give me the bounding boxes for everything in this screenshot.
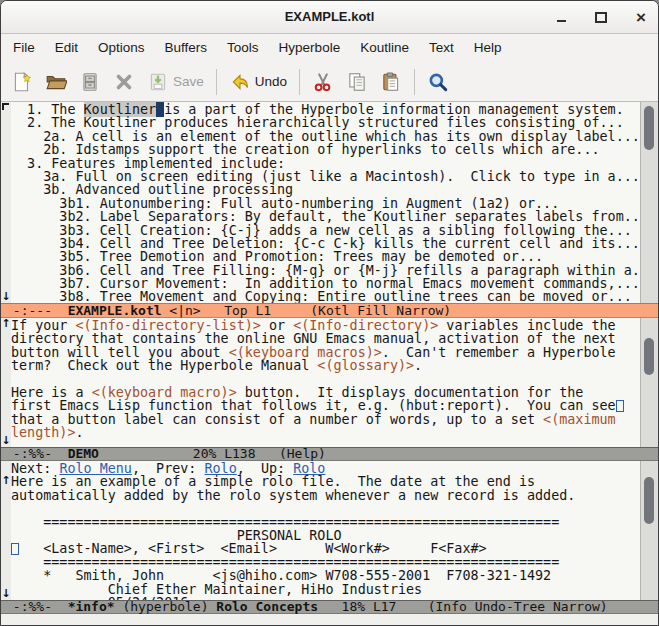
buffer-line: 3b8. Tree Movement and Copying: Entire o… — [11, 290, 640, 303]
buffer-line — [11, 373, 640, 386]
buffer-top-corner-icon — [2, 103, 9, 110]
buffer-line: ========================================… — [11, 556, 640, 569]
demo-mode-line[interactable]: -:%%- DEMO 20% L138 (Help) — [1, 447, 658, 461]
buffer-line: <Last-Name>, <First> <Email> W<Work#> F<… — [11, 542, 640, 555]
buffer-line: 3b. Advanced outline processing — [11, 183, 640, 196]
buffer-line: term? Check out the Hyperbole Manual <(g… — [11, 359, 640, 372]
buffer-line: 2. The Koutliner produces hierarchically… — [11, 116, 640, 129]
search-magnifier-icon — [427, 71, 449, 93]
scrollbar-thumb[interactable] — [644, 106, 654, 150]
info-rolo-buffer-window[interactable]: ↑ ↓ Next: Rolo Menu, Prev: Rolo, Up: Rol… — [1, 461, 658, 600]
save-icon — [147, 71, 169, 93]
toolbar-separator — [216, 69, 217, 95]
buffer-line: 3b2. Label Separators: By default, the K… — [11, 210, 640, 223]
window-controls: × — [550, 1, 652, 33]
kill-buffer-button[interactable] — [113, 71, 135, 93]
menu-item-hyperbole[interactable]: Hyperbole — [269, 34, 351, 62]
menu-item-help[interactable]: Help — [464, 34, 512, 62]
buffer-line: 3b7. Cursor Movement: In addition to nor… — [11, 277, 640, 290]
mode-line-text: -:--- — [5, 303, 68, 318]
scrollbar[interactable] — [640, 102, 658, 303]
kotl-buffer-window[interactable]: ↓ 1. The Koutliner is a part of the Hype… — [1, 102, 658, 303]
text-segment: . — [414, 358, 422, 373]
kotl-buffer-text: 1. The Koutliner is a part of the Hyperb… — [11, 102, 640, 303]
buffer-line: Here is a <(keyboard macro)> button. It … — [11, 386, 640, 399]
file-cabinet-icon — [79, 71, 101, 93]
new-file-button[interactable] — [11, 71, 33, 93]
buffer-line: If your <(Info-directory-list)> or <(Inf… — [11, 319, 640, 332]
demo-help-buffer-text: If your <(Info-directory-list)> or <(Inf… — [11, 318, 640, 447]
hyperbole-button[interactable]: <(glossary)> — [317, 358, 414, 373]
hyperbole-button[interactable]: length)> — [11, 425, 76, 440]
buffer-line: 3b6. Cell and Tree Filling: {M-q} or {M-… — [11, 264, 640, 277]
open-file-button[interactable] — [45, 71, 67, 93]
mode-line-text: DEMO — [68, 447, 99, 461]
menu-item-edit[interactable]: Edit — [45, 34, 88, 62]
menu-item-options[interactable]: Options — [88, 34, 155, 62]
mode-line-text: (hyperbole) — [115, 600, 217, 614]
toolbar-separator — [414, 69, 415, 95]
mode-line-text: *info* — [68, 600, 115, 614]
menu-bar: FileEditOptionsBuffersToolsHyperboleKout… — [1, 34, 658, 62]
more-above-arrow-icon: ↑ — [1, 319, 11, 329]
close-icon: × — [636, 9, 646, 26]
menu-item-text[interactable]: Text — [419, 34, 464, 62]
hollow-cursor — [11, 543, 19, 555]
open-folder-icon — [45, 71, 67, 93]
buffer-line: that a button label can consist of a num… — [11, 413, 640, 426]
scrollbar[interactable] — [640, 461, 658, 600]
info-mode-line[interactable]: -:%%- *info* (hyperbole) Rolo Concepts 1… — [1, 600, 658, 614]
text-segment: that a button label can consist of a num… — [11, 412, 543, 427]
echo-area[interactable] — [1, 614, 658, 626]
text-segment: term? Check out the Hyperbole Manual — [11, 358, 317, 373]
buffer-line: 3a. Full on screen editing (just like a … — [11, 170, 640, 183]
title-bar: EXAMPLE.kotl × — [1, 1, 658, 34]
buffer-line: 1. The Koutliner is a part of the Hyperb… — [11, 103, 640, 116]
dired-button[interactable] — [79, 71, 101, 93]
mode-line-text: 20% L138 (Help) — [99, 447, 326, 461]
cut-button[interactable] — [312, 71, 334, 93]
buffer-line: Chief Ether Maintainer, HiHo Industries — [11, 583, 640, 596]
maximize-button[interactable] — [590, 6, 612, 28]
buffer-line: first Emacs Lisp function that follows i… — [11, 399, 640, 412]
buffer-line: 3b4. Cell and Tree Deletion: {C-c C-k} k… — [11, 237, 640, 250]
more-below-arrow-icon: ↓ — [1, 436, 11, 446]
buffer-line: length)>. — [11, 426, 640, 439]
close-x-icon — [113, 71, 135, 93]
left-fringe: ↑ ↓ — [1, 318, 11, 447]
buffer-line: PERSONAL ROLO — [11, 529, 640, 542]
hyperbole-button[interactable]: <(maximum — [543, 412, 616, 427]
search-button[interactable] — [427, 71, 449, 93]
menu-item-file[interactable]: File — [3, 34, 45, 62]
copy-button[interactable] — [346, 71, 368, 93]
kotl-mode-line[interactable]: -:--- EXAMPLE.kotl <|n> Top L1 (Kotl Fil… — [1, 303, 658, 318]
minimize-button[interactable] — [550, 6, 572, 28]
buffer-line: Next: Rolo Menu, Prev: Rolo, Up: Rolo — [11, 462, 640, 475]
buffer-line: automatically added by the rolo system w… — [11, 489, 640, 502]
buffer-line: 2b. Idstamps support the creation of hyp… — [11, 143, 640, 156]
scrollbar[interactable] — [640, 318, 658, 447]
paste-button[interactable] — [380, 71, 402, 93]
buffer-line: ========================================… — [11, 516, 640, 529]
left-fringe: ↑ ↓ — [1, 461, 11, 600]
undo-button[interactable]: Undo — [229, 71, 287, 93]
text-segment: . — [76, 425, 84, 440]
menu-item-buffers[interactable]: Buffers — [155, 34, 218, 62]
mode-line-text: -:%%- — [5, 600, 68, 614]
demo-help-buffer-window[interactable]: ↑ ↓ If your <(Info-directory-list)> or <… — [1, 318, 658, 447]
undo-button-label: Undo — [255, 74, 287, 89]
menu-item-koutline[interactable]: Koutline — [350, 34, 419, 62]
buffer-line: 3b3. Cell Creation: {C-j} adds a new cel… — [11, 224, 640, 237]
scrollbar-thumb[interactable] — [644, 338, 654, 375]
text-segment: automatically added by the rolo system w… — [11, 488, 575, 503]
paste-clipboard-icon — [380, 71, 402, 93]
buffer-line: 05/24/2016 — [11, 596, 640, 600]
cut-scissors-icon — [312, 71, 334, 93]
mode-line-text: Rolo Concepts — [216, 600, 318, 614]
mode-line-text: EXAMPLE.kotl — [68, 303, 162, 318]
close-button[interactable]: × — [630, 6, 652, 28]
toolbar-separator — [299, 69, 300, 95]
save-button[interactable]: Save — [147, 71, 204, 93]
menu-item-tools[interactable]: Tools — [217, 34, 269, 62]
scrollbar-thumb[interactable] — [644, 477, 654, 524]
